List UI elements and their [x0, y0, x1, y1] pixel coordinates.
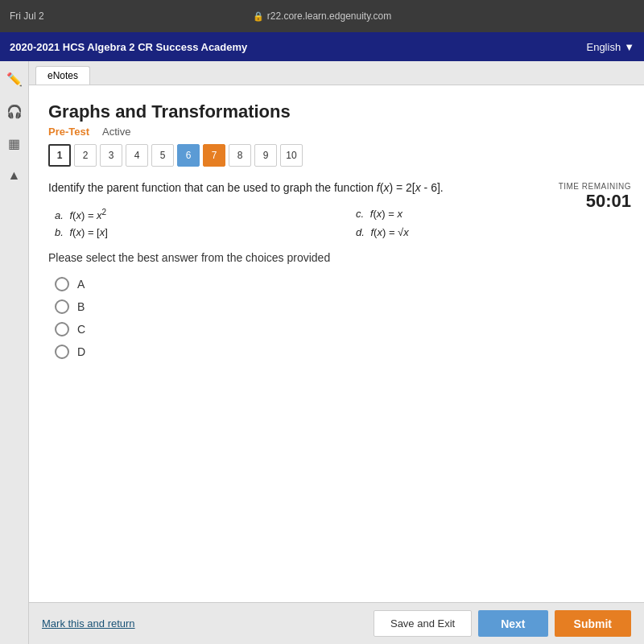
- choice-a: a. f(x) = x2: [55, 208, 324, 221]
- content-area: TIME REMAINING 50:01 Graphs and Transfor…: [29, 85, 644, 602]
- q-num-3[interactable]: 3: [100, 144, 122, 167]
- language-selector[interactable]: English ▼: [586, 41, 634, 53]
- tab-enotes[interactable]: eNotes: [35, 66, 90, 85]
- browser-chrome: Fri Jul 2 🔒 r22.core.learn.edgenuity.com: [0, 0, 644, 32]
- main-layout: ✏️ 🎧 ▦ ▲ eNotes TIME REMAINING 50:01 Gra…: [0, 61, 644, 644]
- choice-d: d. f(x) = √x: [356, 226, 625, 238]
- tabs-bar: eNotes: [29, 61, 644, 85]
- q-num-8[interactable]: 8: [229, 144, 251, 167]
- main-content: eNotes TIME REMAINING 50:01 Graphs and T…: [29, 61, 644, 644]
- radio-label-d: D: [77, 345, 85, 358]
- arrow-up-icon[interactable]: ▲: [3, 164, 26, 187]
- q-num-7[interactable]: 7: [203, 144, 225, 167]
- headphones-icon[interactable]: 🎧: [3, 100, 26, 122]
- radio-options: A B C D: [55, 277, 625, 359]
- left-sidebar: ✏️ 🎧 ▦ ▲: [0, 61, 29, 644]
- save-exit-button[interactable]: Save and Exit: [374, 610, 472, 637]
- q-num-10[interactable]: 10: [280, 144, 303, 167]
- radio-option-a[interactable]: A: [55, 277, 625, 291]
- top-bar: 2020-2021 HCS Algebra 2 CR Success Acade…: [0, 32, 644, 61]
- choice-b: b. f(x) = [x]: [55, 226, 324, 238]
- radio-option-d[interactable]: D: [55, 345, 625, 359]
- question-body: Identify the parent function that can be…: [48, 180, 625, 359]
- radio-option-b[interactable]: B: [55, 299, 625, 314]
- radio-circle-b: [55, 299, 69, 314]
- pencil-icon[interactable]: ✏️: [3, 68, 26, 90]
- submit-button[interactable]: Submit: [555, 610, 631, 637]
- q-num-1[interactable]: 1: [48, 144, 71, 167]
- question-title: Graphs and Transformations: [48, 101, 625, 122]
- url-bar: 🔒 r22.core.learn.edgenuity.com: [253, 10, 392, 22]
- chevron-down-icon: ▼: [624, 41, 634, 53]
- q-num-9[interactable]: 9: [254, 144, 277, 167]
- radio-circle-d: [55, 345, 69, 359]
- bottom-bar: Mark this and return Save and Exit Next …: [29, 602, 644, 644]
- pre-test-label: Pre-Test: [48, 126, 89, 138]
- q-num-5[interactable]: 5: [151, 144, 174, 167]
- radio-circle-c: [55, 322, 69, 336]
- calculator-icon[interactable]: ▦: [3, 132, 26, 155]
- time-remaining-container: TIME REMAINING 50:01: [559, 182, 631, 212]
- bottom-buttons: Save and Exit Next Submit: [374, 610, 631, 637]
- radio-label-c: C: [77, 323, 85, 336]
- answer-choices: a. f(x) = x2 c. f(x) = x b. f(x) = [x] d…: [55, 208, 625, 238]
- url-text: r22.core.learn.edgenuity.com: [267, 10, 392, 22]
- next-button[interactable]: Next: [478, 610, 547, 637]
- course-title: 2020-2021 HCS Algebra 2 CR Success Acade…: [10, 41, 247, 53]
- lock-icon: 🔒: [253, 11, 264, 22]
- question-meta: Pre-Test Active: [48, 126, 625, 138]
- time-value: 50:01: [559, 191, 631, 212]
- active-label: Active: [102, 126, 130, 138]
- radio-circle-a: [55, 277, 69, 291]
- q-num-4[interactable]: 4: [126, 144, 148, 167]
- language-label: English: [586, 41, 621, 53]
- question-text: Identify the parent function that can be…: [48, 180, 625, 196]
- radio-label-a: A: [77, 278, 85, 291]
- question-numbers: 1 2 3 4 5 6 7 8 9 10: [48, 144, 625, 167]
- prompt-text: Please select the best answer from the c…: [48, 251, 625, 264]
- time-label: TIME REMAINING: [559, 182, 631, 191]
- mark-return-link[interactable]: Mark this and return: [42, 617, 135, 630]
- q-num-2[interactable]: 2: [74, 144, 97, 167]
- radio-option-c[interactable]: C: [55, 322, 625, 336]
- date-display: Fri Jul 2: [10, 10, 44, 22]
- q-num-6[interactable]: 6: [177, 144, 200, 167]
- radio-label-b: B: [77, 300, 85, 313]
